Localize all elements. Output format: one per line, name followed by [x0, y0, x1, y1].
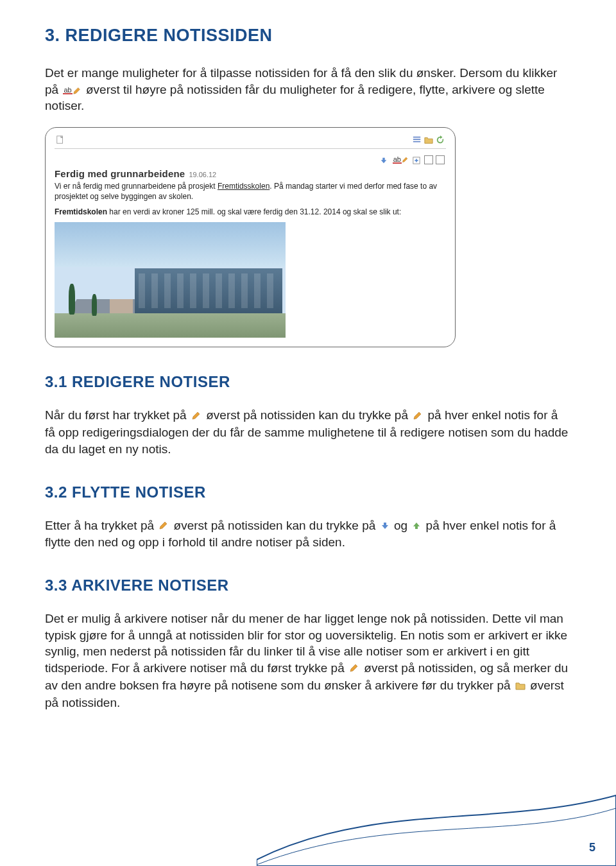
para-33: Det er mulig å arkivere notiser når du m… [45, 611, 571, 711]
screenshot-title-row: Ferdig med grunnarbeidene 19.06.12 [55, 168, 446, 179]
heading-3-1: 3.1 REDIGERE NOTISER [45, 373, 571, 391]
new-page-icon [56, 135, 65, 144]
pencil-icon [73, 86, 81, 95]
para32-b: øverst på notissiden kan du trykke på [174, 519, 379, 532]
page: 3. REDIGERE NOTISSIDEN Det er mange muli… [0, 0, 616, 866]
pencil-icon [402, 156, 409, 163]
folder-icon [424, 135, 433, 144]
pencil-icon [349, 661, 359, 677]
screenshot-title: Ferdig med grunnarbeidene [55, 168, 185, 179]
svg-rect-2 [413, 137, 420, 138]
screenshot-frame: ab Ferdig med grunnarbeidene 19.06.12 Vi… [45, 127, 456, 348]
arrow-down-icon [381, 518, 389, 535]
pencil-icon [191, 408, 201, 425]
ab-edit-icon: ab [63, 86, 81, 95]
refresh-icon [436, 135, 445, 144]
heading-3-3: 3.3 ARKIVERE NOTISER [45, 576, 571, 594]
arrow-down-icon [380, 155, 389, 164]
para31-a: Når du først har trykket på [45, 408, 190, 422]
screenshot-topbar-left [56, 135, 65, 144]
para-intro-b: øverst til høyre på notissiden får du mu… [45, 83, 545, 113]
pencil-icon [413, 408, 423, 425]
page-number: 5 [589, 841, 595, 854]
svg-rect-4 [413, 141, 420, 143]
para-intro: Det er mange muligheter for å tilpasse n… [45, 65, 571, 114]
screenshot-body-1: Vi er nå ferdig med grunnarbeidene på pr… [55, 181, 446, 202]
list-icon [413, 135, 422, 144]
arrow-up-icon [412, 518, 421, 535]
pencil-icon [158, 518, 169, 535]
para-31: Når du først har trykket på øverst på no… [45, 407, 571, 457]
screenshot-photo [55, 222, 286, 338]
ab-edit-icon: ab [393, 155, 409, 164]
archive-checkbox [424, 155, 433, 164]
screenshot-topbar-right [413, 135, 445, 144]
screenshot-date: 19.06.12 [189, 171, 216, 178]
para-32: Etter å ha trykket på øverst på notissid… [45, 517, 571, 551]
screenshot-body2-b: har en verdi av kroner 125 mill. og skal… [107, 207, 401, 216]
screenshot-body2-a: Fremtidskolen [55, 207, 107, 216]
screenshot-topbar [55, 134, 446, 149]
screenshot-body1-link: Fremtidsskolen [218, 182, 270, 191]
para32-c: og [394, 519, 411, 532]
screenshot-body-2: Fremtidskolen har en verdi av kroner 125… [55, 207, 446, 217]
para32-a: Etter å ha trykket på [45, 519, 157, 532]
expand-icon [413, 155, 422, 164]
ab-icon: ab [393, 156, 402, 164]
svg-rect-3 [413, 139, 420, 140]
delete-checkbox [436, 155, 445, 164]
folder-icon [515, 678, 526, 695]
heading-3-2: 3.2 FLYTTE NOTISER [45, 483, 571, 501]
heading-3: 3. REDIGERE NOTISSIDEN [45, 26, 571, 46]
para31-b: øverst på notissiden kan du trykke på [206, 408, 411, 422]
screenshot-body1-a: Vi er nå ferdig med grunnarbeidene på pr… [55, 182, 218, 191]
ab-icon: ab [63, 87, 72, 94]
footer-swoosh [257, 789, 616, 866]
screenshot-item-toolbar: ab [55, 155, 446, 164]
